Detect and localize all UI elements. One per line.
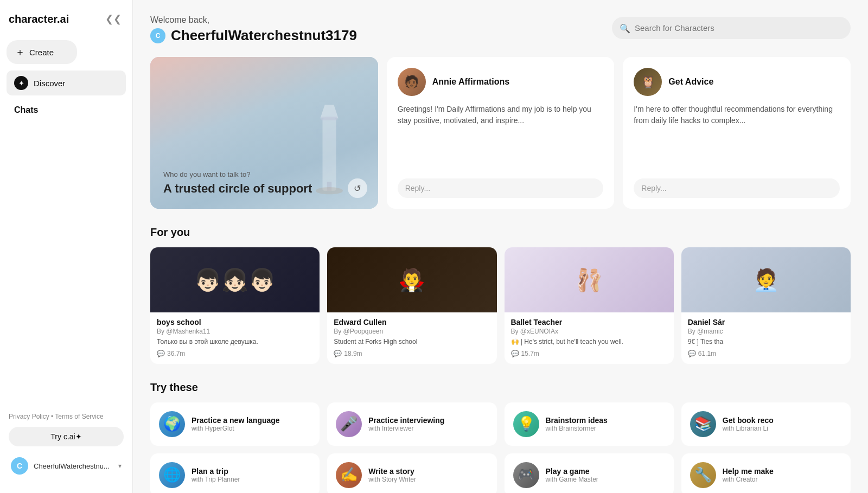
- trip-sub: with Trip Planner: [192, 476, 240, 483]
- try-card-trip[interactable]: 🌐 Plan a trip with Trip Planner: [150, 453, 320, 493]
- char-stats-edward: 💬 18.9m: [334, 350, 490, 357]
- user-avatar-circle: C: [150, 28, 165, 43]
- search-bar: 🔍: [612, 17, 851, 39]
- trip-title: Plan a trip: [192, 467, 240, 476]
- advice-reply-input[interactable]: Reply...: [634, 178, 840, 198]
- try-plus-button[interactable]: Try c.ai✦: [9, 427, 124, 446]
- char-by-edward: By @Poopqueen: [334, 328, 490, 335]
- story-sub: with Story Writer: [368, 476, 416, 483]
- hero-subtitle: Who do you want to talk to?: [163, 170, 365, 178]
- featured-section: Who do you want to talk to? A trusted ci…: [150, 57, 851, 209]
- char-desc-boys: Только вы в этой школе девушка.: [157, 337, 313, 347]
- hero-card[interactable]: Who do you want to talk to? A trusted ci…: [150, 57, 378, 209]
- try-card-interview[interactable]: 🎤 Practice interviewing with Interviewer: [327, 402, 496, 446]
- svg-rect-0: [322, 118, 336, 190]
- annie-name: Annie Affirmations: [432, 77, 510, 87]
- annie-card[interactable]: 🧑🏾 Annie Affirmations Greetings! I'm Dai…: [387, 57, 615, 209]
- advice-description: I'm here to offer thoughtful recommendat…: [634, 104, 840, 171]
- char-name-boys: boys school: [157, 318, 313, 326]
- char-stats-boys: 💬 36.7m: [157, 350, 313, 357]
- sidebar-header: character.ai ❮❮: [7, 9, 126, 29]
- annie-reply-input[interactable]: Reply...: [398, 178, 604, 198]
- for-you-cards: 👦🏻👧🏻👦🏻 boys school By @Mashenka11 Только…: [150, 247, 851, 364]
- librarian-title: Get book reco: [723, 416, 774, 425]
- chevron-down-icon: ▾: [118, 462, 122, 470]
- plus-icon: ＋: [15, 46, 25, 59]
- char-stats-daniel: 💬 61.1m: [688, 350, 844, 357]
- char-card-boys-school[interactable]: 👦🏻👧🏻👦🏻 boys school By @Mashenka11 Только…: [150, 247, 320, 364]
- main-content: Welcome back, C CheerfulWaterchestnut317…: [133, 0, 868, 493]
- privacy-link[interactable]: Privacy Policy: [9, 413, 49, 420]
- welcome-section: Welcome back, C CheerfulWaterchestnut317…: [150, 15, 851, 44]
- search-input[interactable]: [612, 17, 851, 39]
- try-card-brainstorm[interactable]: 💡 Brainstorm ideas with Brainstormer: [505, 402, 674, 446]
- try-card-game[interactable]: 🎮 Play a game with Game Master: [505, 453, 674, 493]
- annie-avatar: 🧑🏾: [398, 68, 426, 96]
- annie-card-header: 🧑🏾 Annie Affirmations: [398, 68, 604, 96]
- language-icon: 🌍: [159, 411, 185, 437]
- story-icon: ✍️: [336, 462, 362, 488]
- make-sub: with Creator: [723, 476, 774, 483]
- brainstorm-title: Brainstorm ideas: [546, 416, 608, 425]
- char-desc-daniel: 9€ ] Ties tha: [688, 337, 844, 347]
- for-you-title: For you: [150, 226, 851, 239]
- interview-sub: with Interviewer: [368, 425, 444, 432]
- hero-title: A trusted circle of support: [163, 182, 365, 196]
- user-name: CheerfulWaterchestnu...: [34, 462, 113, 470]
- refresh-button[interactable]: ↺: [348, 178, 367, 198]
- brainstorm-icon: 💡: [513, 411, 539, 437]
- make-title: Help me make: [723, 467, 774, 476]
- char-by-daniel: By @mamic: [688, 328, 844, 335]
- language-sub: with HyperGlot: [192, 425, 280, 432]
- try-card-make[interactable]: 🔧 Help me make with Creator: [681, 453, 851, 493]
- brainstorm-sub: with Brainstormer: [546, 425, 608, 432]
- char-img-daniel: 🧑‍💼: [681, 247, 851, 312]
- collapse-button[interactable]: ❮❮: [103, 11, 124, 27]
- try-card-librarian[interactable]: 📚 Get book reco with Librarian Li: [681, 402, 851, 446]
- terms-link[interactable]: Terms of Service: [55, 413, 103, 420]
- try-these-section: Try these 🌍 Practice a new language with…: [150, 381, 851, 493]
- game-sub: with Game Master: [546, 476, 598, 483]
- char-stats-ballet: 💬 15.7m: [511, 350, 667, 357]
- try-card-language[interactable]: 🌍 Practice a new language with HyperGlot: [150, 402, 320, 446]
- chats-label[interactable]: Chats: [7, 100, 126, 120]
- char-name-daniel: Daniel Sár: [688, 318, 844, 326]
- char-img-boys: 👦🏻👧🏻👦🏻: [150, 247, 320, 312]
- discover-icon: ✦: [14, 76, 28, 90]
- create-button[interactable]: ＋ Create: [7, 40, 77, 64]
- footer-links: Privacy Policy • Terms of Service: [9, 413, 124, 420]
- trip-icon: 🌐: [159, 462, 185, 488]
- user-profile[interactable]: C CheerfulWaterchestnu... ▾: [9, 453, 124, 479]
- discover-button[interactable]: ✦ Discover: [7, 71, 126, 95]
- game-icon: 🎮: [513, 462, 539, 488]
- advice-name: Get Advice: [668, 77, 713, 87]
- char-desc-edward: Student at Forks High school: [334, 337, 490, 347]
- char-img-edward: 🧛: [327, 247, 496, 312]
- char-name-ballet: Ballet Teacher: [511, 318, 667, 326]
- advice-card[interactable]: 🦉 Get Advice I'm here to offer thoughtfu…: [623, 57, 851, 209]
- try-these-title: Try these: [150, 381, 851, 394]
- librarian-sub: with Librarian Li: [723, 425, 774, 432]
- char-card-ballet[interactable]: 🩰 Ballet Teacher By @xEUNOIAx 🙌 | He's s…: [505, 247, 674, 364]
- advice-avatar: 🦉: [634, 68, 662, 96]
- char-name-edward: Edward Cullen: [334, 318, 490, 326]
- char-img-ballet: 🩰: [505, 247, 674, 312]
- try-card-story[interactable]: ✍️ Write a story with Story Writer: [327, 453, 496, 493]
- game-title: Play a game: [546, 467, 598, 476]
- interview-icon: 🎤: [336, 411, 362, 437]
- user-avatar: C: [11, 457, 28, 475]
- svg-marker-1: [320, 105, 338, 118]
- svg-rect-2: [321, 117, 337, 120]
- char-by-ballet: By @xEUNOIAx: [511, 328, 667, 335]
- char-by-boys: By @Mashenka11: [157, 328, 313, 335]
- app-logo: character.ai: [9, 13, 69, 25]
- annie-description: Greetings! I'm Daily Affirmations and my…: [398, 104, 604, 171]
- language-title: Practice a new language: [192, 416, 280, 425]
- char-card-daniel[interactable]: 🧑‍💼 Daniel Sár By @mamic 9€ ] Ties tha 💬…: [681, 247, 851, 364]
- for-you-section: For you 👦🏻👧🏻👦🏻 boys school By @Mashenka1…: [150, 226, 851, 364]
- char-card-edward[interactable]: 🧛 Edward Cullen By @Poopqueen Student at…: [327, 247, 496, 364]
- interview-title: Practice interviewing: [368, 416, 444, 425]
- search-icon: 🔍: [620, 23, 630, 33]
- try-these-grid: 🌍 Practice a new language with HyperGlot…: [150, 402, 851, 493]
- sidebar-footer: Privacy Policy • Terms of Service Try c.…: [7, 407, 126, 484]
